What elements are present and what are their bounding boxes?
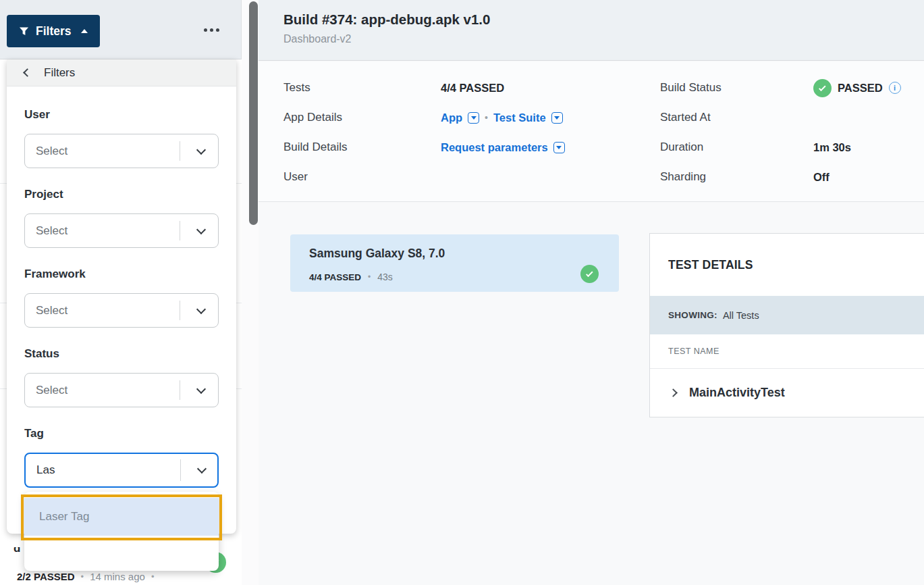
sharding-label: Sharding (660, 170, 813, 184)
filter-funnel-icon (19, 26, 29, 36)
test-suite-dropdown-caret-icon[interactable] (551, 112, 563, 124)
separator-dot: • (368, 272, 371, 282)
tests-value: 4/4 PASSED (441, 82, 565, 95)
status-select-placeholder: Select (25, 384, 67, 397)
build-status-value: PASSED i (813, 79, 901, 97)
separator-dot: • (81, 571, 84, 582)
app-details-label: App Details (283, 111, 441, 124)
device-card-stats: 4/4 PASSED • 43s (309, 272, 393, 282)
info-icon[interactable]: i (889, 82, 901, 94)
test-suite-link[interactable]: Test Suite (493, 111, 546, 124)
app-details-links: App • Test Suite (441, 111, 565, 124)
device-passed-check-icon (580, 265, 599, 283)
back-chevron-icon[interactable] (23, 68, 32, 77)
filters-panel-body: User Select Project Select Framework Sel… (7, 86, 236, 488)
showing-filter-bar: SHOWING: All Tests (650, 296, 924, 334)
test-name-header-text: TEST NAME (668, 347, 719, 356)
user-filter-label: User (24, 108, 219, 124)
tag-input-wrap (24, 453, 219, 488)
user-select-placeholder: Select (25, 145, 67, 158)
expand-chevron-icon[interactable] (669, 388, 678, 397)
select-divider (180, 301, 180, 320)
showing-value: All Tests (723, 310, 759, 321)
device-session-card[interactable]: Samsung Galaxy S8, 7.0 4/4 PASSED • 43s (290, 234, 619, 292)
build-summary-panel: Tests 4/4 PASSED App Details App • Test … (259, 61, 924, 202)
duration-label: Duration (660, 141, 813, 154)
scrollbar-thumb[interactable] (249, 1, 258, 225)
build-title: Build #374: app-debug.apk v1.0 (283, 11, 490, 28)
build-status-label: Build Status (660, 81, 813, 95)
request-parameters-caret-icon[interactable] (553, 142, 565, 153)
started-at-label: Started At (660, 111, 813, 124)
test-details-title: TEST DETAILS (650, 234, 924, 296)
app-dropdown-caret-icon[interactable] (468, 112, 479, 124)
build-details-label: Build Details (283, 141, 441, 154)
build-header: Build #374: app-debug.apk v1.0 Dashboard… (259, 0, 924, 61)
build-project-subtitle: Dashboard-v2 (283, 33, 352, 45)
filters-button[interactable]: Filters (7, 15, 100, 47)
duration-value: 1m 30s (813, 141, 901, 154)
showing-label: SHOWING: (668, 310, 717, 320)
chevron-down-icon (196, 305, 206, 314)
select-divider (180, 380, 180, 400)
select-divider (180, 221, 180, 240)
chevron-down-icon (196, 384, 206, 394)
request-parameters-link[interactable]: Request parameters (441, 141, 548, 154)
passed-text: PASSED (838, 82, 883, 95)
user-label: User (283, 170, 441, 184)
framework-select-placeholder: Select (25, 304, 67, 317)
chevron-down-icon (196, 145, 206, 155)
summary-right-column: Build Status PASSED i Started At Duratio… (660, 73, 901, 192)
device-duration: 43s (377, 272, 393, 282)
build-detail-main: Build #374: app-debug.apk v1.0 Dashboard… (259, 0, 924, 585)
tests-label: Tests (283, 81, 441, 95)
test-name-column-header: TEST NAME (650, 334, 924, 369)
passed-check-icon (813, 79, 832, 97)
project-select-placeholder: Select (25, 224, 67, 238)
device-name: Samsung Galaxy S8, 7.0 (309, 247, 445, 261)
framework-select[interactable]: Select (24, 293, 219, 328)
select-divider (180, 141, 180, 161)
separator-dot: • (151, 571, 155, 582)
filters-button-label: Filters (36, 24, 72, 39)
chevron-down-icon (196, 225, 206, 234)
status-filter-label: Status (24, 347, 219, 363)
summary-left-column: Tests 4/4 PASSED App Details App • Test … (283, 73, 565, 192)
tag-dropdown-list: Laser Tag (24, 492, 219, 571)
filters-panel: Filters User Select Project Select Frame… (7, 59, 236, 534)
select-divider (180, 459, 181, 481)
test-row-mainactivitytest[interactable]: MainActivityTest (650, 369, 924, 417)
status-select[interactable]: Select (24, 373, 219, 407)
tag-filter-label: Tag (24, 427, 219, 443)
sharding-value: Off (813, 171, 901, 184)
overflow-menu-icon[interactable] (204, 28, 219, 32)
app-root: d 2/2 PASSED • 14 mins ago • Filters Fil… (0, 0, 924, 585)
tag-input[interactable] (24, 453, 219, 488)
caret-up-icon (81, 29, 88, 33)
tag-option-laser-tag[interactable]: Laser Tag (24, 498, 219, 536)
build-item-time-ago: 14 mins ago (90, 571, 145, 582)
test-details-panel: TEST DETAILS SHOWING: All Tests TEST NAM… (649, 233, 924, 417)
project-filter-label: Project (24, 188, 219, 204)
app-link[interactable]: App (441, 111, 462, 124)
hidden-build-text-fragment: d (13, 547, 24, 555)
test-name: MainActivityTest (689, 386, 785, 400)
separator-dot: • (485, 112, 488, 123)
user-select[interactable]: Select (24, 134, 219, 168)
framework-filter-label: Framework (24, 268, 219, 284)
device-passed: 4/4 PASSED (309, 272, 361, 282)
build-item-passed: 2/2 PASSED (17, 571, 75, 582)
build-details-links: Request parameters (441, 141, 565, 154)
filters-panel-header: Filters (7, 59, 236, 86)
project-select[interactable]: Select (24, 213, 219, 248)
filters-panel-title: Filters (44, 66, 75, 80)
build-item-stats: 2/2 PASSED • 14 mins ago • (17, 571, 154, 582)
